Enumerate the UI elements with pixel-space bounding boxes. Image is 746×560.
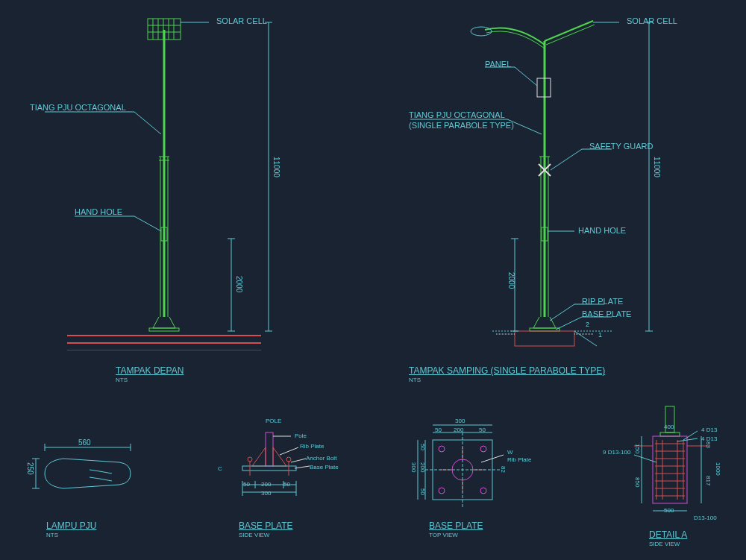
lampu-dim-h: 250 [26,462,34,475]
rip-plate-label: RIP PLATE [582,297,623,306]
bp-side-title: BASE PLATE [239,520,292,531]
front-view-drawing [45,7,283,350]
svg-line-57 [556,317,582,330]
da-spacing: D13-100 [694,515,717,521]
svg-rect-40 [530,328,560,331]
dim-2000: 2000 [235,276,243,292]
svg-rect-11 [149,328,179,331]
svg-rect-72 [242,466,296,471]
view1-subtitle: NTS [116,377,128,383]
bp-dim-50a: 50 [243,481,250,488]
svg-point-95 [439,488,445,494]
bp-top-subtitle: TOP VIEW [429,532,458,538]
bp-base-label: Base Plate [310,464,339,471]
detail-a-title: DETAIL A [649,529,687,540]
svg-line-48 [515,67,537,86]
svg-line-33 [545,21,593,41]
lampu-dim-w: 560 [78,438,91,447]
view1-title: TAMPAK DEPAN [116,365,184,376]
panel-label: PANEL [485,60,511,69]
svg-line-85 [291,459,306,462]
svg-line-34 [546,25,595,45]
solar-cell-label: SOLAR CELL [216,16,267,25]
svg-point-96 [480,488,486,494]
hand-hole-label-2: HAND HOLE [578,226,626,235]
bp-pole-label: POLE [266,418,281,424]
da-1000: 1000 [715,462,721,476]
da-bar1: 4 D13 [701,427,717,433]
da-817: 817 [705,476,712,485]
svg-line-55 [550,304,574,321]
dim-2000-2: 2000 [507,272,515,289]
base-plate-label: BASE PLATE [582,309,631,318]
bpt-50-t2: 50 [479,427,486,433]
bp-c-label: C [218,465,222,472]
bpt-50-l2: 50 [419,488,426,495]
view2-title: TAMPAK SAMPING (SINGLE PARABOLE TYPE) [409,365,605,376]
svg-line-46 [574,331,597,346]
da-83: 83 [705,441,712,448]
bpt-300-l: 300 [410,462,417,472]
svg-point-32 [471,27,492,36]
solar-cell-label-2: SOLAR CELL [627,16,677,25]
bp-dim-300: 300 [261,490,271,497]
tiang-label-2b: (SINGLE PARABOLE TYPE) [409,121,514,130]
svg-rect-71 [266,432,273,466]
hand-hole-label: HAND HOLE [75,207,122,216]
bp-dim-200: 200 [261,481,271,488]
dim-11000-2: 11000 [653,157,661,177]
bpt-200-t: 200 [454,427,463,433]
da-bar2: 4 D13 [701,435,717,442]
side-view-drawing [403,7,671,350]
svg-rect-106 [653,436,687,503]
bp-top-title: BASE PLATE [429,520,483,531]
da-500: 500 [664,507,674,514]
view2-subtitle: NTS [409,377,421,383]
da-400: 400 [664,424,674,430]
da-stirrup: 9 D13-100 [603,449,630,456]
da-150: 150 [634,444,641,453]
bpt-50-l1: 50 [419,444,426,450]
detail-a-subtitle: SIDE VIEW [649,541,680,547]
svg-line-50 [551,149,582,170]
safety-guard-label: SAFETY GUARD [589,142,653,151]
svg-point-94 [480,446,486,452]
svg-point-93 [439,446,445,452]
bp-pole2-label: Pole [295,432,307,439]
slope-2: 2 [586,321,589,328]
svg-line-19 [134,112,161,134]
bp-dim-50b: 50 [283,481,290,488]
svg-line-84 [280,447,298,455]
bp-side-subtitle: SIDE VIEW [239,532,269,538]
lampu-subtitle: NTS [46,532,58,538]
da-850: 850 [634,477,641,487]
svg-line-86 [295,466,310,468]
bpt-300-top: 300 [455,418,465,424]
svg-rect-105 [660,432,680,436]
bpt-w-label: W [507,449,513,456]
tiang-label: TIANG PJU OCTAGONAL [30,103,126,112]
dim-11000: 11000 [272,157,280,177]
slope-1: 1 [598,331,602,339]
bpt-200-l: 200 [419,462,426,472]
tiang-label-2a: TIANG PJU OCTAGONAL [409,110,505,119]
svg-line-21 [134,216,161,231]
bpt-50-t1: 50 [435,427,442,433]
bpt-82: 82 [500,466,507,473]
lampu-title: LAMPU PJU [46,520,96,531]
bpt-rib-label: Rib Plate [507,456,531,463]
bp-anchor-label: Anchor Bolt [306,455,336,462]
svg-rect-41 [515,331,574,346]
bp-rib-label: Rib Plate [300,443,324,450]
